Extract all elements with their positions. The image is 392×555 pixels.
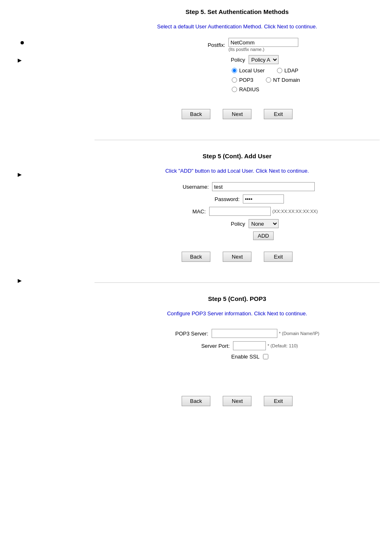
main-content: Step 5. Set Authentication Methods Selec…	[95, 8, 392, 427]
section-title-step5-auth: Step 5. Set Authentication Methods	[95, 8, 380, 15]
left-nav: ► ► ►	[0, 8, 95, 427]
radio-ldap: LDAP	[277, 67, 298, 74]
policy-select-auth[interactable]: Policy A Policy B	[249, 55, 279, 64]
section-title-step5-adduser: Step 5 (Cont). Add User	[95, 153, 380, 160]
radio-local-user: Local User	[232, 67, 265, 74]
radio-pop3-label: POP3	[239, 77, 254, 83]
next-button-step5-adduser[interactable]: Next	[223, 252, 251, 262]
mac-row: MAC: (XX:XX:XX:XX:XX:XX)	[157, 207, 318, 216]
username-label: Username:	[159, 184, 209, 190]
radio-ldap-input[interactable]	[277, 68, 282, 73]
mac-input[interactable]	[209, 207, 271, 216]
pop3server-hint: * (Domain Name/IP)	[279, 331, 319, 336]
mac-hint: (XX:XX:XX:XX:XX:XX)	[272, 209, 318, 214]
postfix-input-wrap: (Its postfix name.)	[228, 38, 298, 52]
back-button-step5-pop3[interactable]: Back	[182, 396, 211, 406]
arrow-icon-1: ►	[16, 57, 23, 64]
radio-local-user-input[interactable]	[232, 68, 237, 73]
radio-ntdomain-input[interactable]	[266, 77, 271, 83]
button-row-step5-auth: Back Next Exit	[182, 109, 293, 119]
radio-ntdomain: NT Domain	[266, 77, 300, 83]
exit-button-step5-auth[interactable]: Exit	[264, 109, 293, 119]
instruction-step5-adduser: Click "ADD" button to add Local User. Cl…	[95, 168, 380, 174]
pop3server-input[interactable]	[212, 329, 277, 338]
postfix-row: Postfix: (Its postfix name.)	[176, 38, 298, 52]
pop3server-row: POP3 Server: * (Domain Name/IP)	[155, 329, 319, 338]
next-button-step5-auth[interactable]: Next	[223, 109, 251, 119]
ssl-label: Enable SSL	[206, 354, 260, 360]
instruction-step5-pop3: Configure POP3 Server information. Click…	[95, 310, 380, 317]
radio-radius: RADIUS	[232, 86, 259, 92]
radio-pop3: POP3	[232, 77, 254, 83]
bullet-dot	[21, 41, 24, 44]
radio-ntdomain-label: NT Domain	[273, 77, 300, 83]
button-row-step5-pop3: Back Next Exit	[182, 396, 293, 406]
divider-1	[95, 140, 380, 140]
exit-button-step5-pop3[interactable]: Exit	[264, 396, 293, 406]
arrow-step5-adduser: ►	[16, 171, 95, 178]
policy-row-auth: Policy Policy A Policy B	[196, 55, 279, 64]
button-row-step5-adduser: Back Next Exit	[182, 252, 293, 262]
auth-radio-group: Local User LDAP POP3	[174, 67, 300, 92]
form-step5-adduser: Username: Password: MAC: (XX:XX:XX:XX:XX…	[95, 182, 380, 262]
postfix-input[interactable]	[228, 38, 298, 47]
mac-label: MAC:	[157, 208, 206, 215]
form-step5-auth: Postfix: (Its postfix name.) Policy Poli…	[95, 38, 380, 119]
section-step5-auth: Step 5. Set Authentication Methods Selec…	[95, 8, 380, 119]
arrow-step5-pop3: ►	[16, 277, 95, 284]
postfix-label: Postfix:	[176, 42, 225, 48]
exit-button-step5-adduser[interactable]: Exit	[264, 252, 293, 262]
arrow-icon-3: ►	[16, 277, 23, 284]
add-row: ADD	[201, 231, 273, 240]
policy-select-adduser[interactable]: None Policy A Policy B	[249, 219, 279, 228]
instruction-step5-auth: Select a default User Authentication Met…	[95, 23, 380, 30]
serverport-label: Server Port:	[176, 343, 230, 349]
ssl-row: Enable SSL	[206, 354, 268, 360]
arrow-icon-2: ►	[16, 171, 23, 178]
username-input[interactable]	[212, 182, 315, 191]
radio-row-3: RADIUS	[232, 86, 259, 92]
password-label: Password:	[190, 196, 240, 202]
serverport-hint: * (Default: 110)	[267, 343, 298, 348]
back-button-step5-adduser[interactable]: Back	[182, 252, 211, 262]
ssl-checkbox[interactable]	[263, 354, 268, 359]
section-title-step5-pop3: Step 5 (Cont). POP3	[95, 295, 380, 302]
radio-row-1: Local User LDAP	[232, 67, 298, 74]
policy-row-adduser: Policy None Policy A Policy B	[196, 219, 279, 228]
add-button[interactable]: ADD	[253, 231, 273, 240]
radio-radius-input[interactable]	[232, 87, 237, 92]
radio-ldap-label: LDAP	[284, 67, 298, 74]
radio-local-user-label: Local User	[239, 67, 265, 74]
postfix-hint: (Its postfix name.)	[228, 47, 298, 52]
serverport-input[interactable]	[233, 341, 266, 350]
password-input[interactable]	[243, 194, 284, 204]
username-row: Username:	[159, 182, 315, 191]
section-step5-pop3: Step 5 (Cont). POP3 Configure POP3 Serve…	[95, 295, 380, 406]
pop3server-label: POP3 Server:	[155, 331, 208, 337]
password-row: Password:	[190, 194, 284, 204]
section-step5-adduser: Step 5 (Cont). Add User Click "ADD" butt…	[95, 153, 380, 262]
divider-2	[95, 282, 380, 283]
radio-radius-label: RADIUS	[239, 86, 259, 92]
radio-row-2: POP3 NT Domain	[232, 77, 300, 83]
radio-pop3-input[interactable]	[232, 77, 237, 83]
arrow-step5-auth: ►	[16, 57, 95, 64]
form-step5-pop3: POP3 Server: * (Domain Name/IP) Server P…	[95, 329, 380, 406]
back-button-step5-auth[interactable]: Back	[182, 109, 211, 119]
serverport-row: Server Port: * (Default: 110)	[176, 341, 298, 350]
policy-label-auth: Policy	[196, 57, 245, 63]
next-button-step5-pop3[interactable]: Next	[223, 396, 251, 406]
policy-label-adduser: Policy	[196, 221, 245, 227]
